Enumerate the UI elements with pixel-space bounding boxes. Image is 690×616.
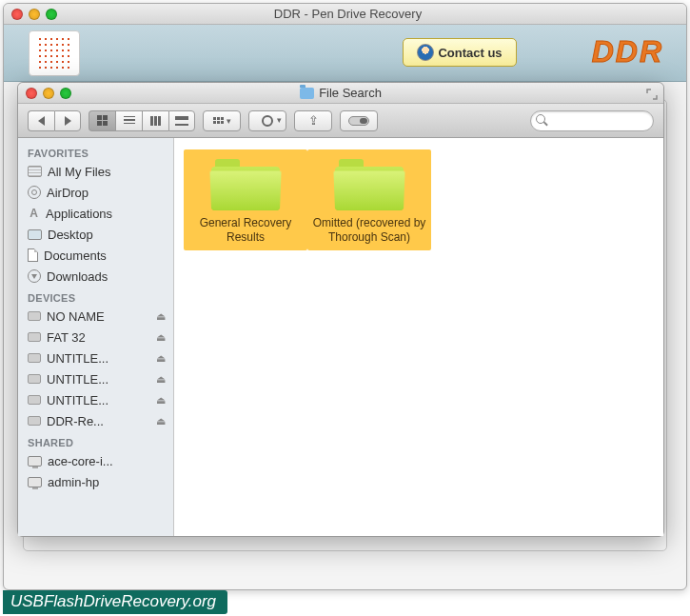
drive-icon — [28, 332, 41, 342]
sidebar-item-label: Downloads — [47, 269, 108, 284]
share-icon: ⇪ — [308, 113, 319, 128]
ddr-header: Contact us DDR — [4, 25, 686, 82]
toggle-button[interactable] — [340, 110, 378, 131]
chevron-left-icon — [38, 116, 45, 126]
window-controls — [18, 88, 71, 99]
person-icon — [417, 44, 434, 61]
sidebar-item-label: Desktop — [48, 228, 93, 242]
search-icon — [536, 114, 547, 126]
search-input[interactable] — [530, 110, 654, 131]
arrange-icon — [213, 117, 224, 124]
applications-icon — [28, 208, 40, 220]
folder-label: Omitted (recovered by Thorough Scan) — [311, 216, 427, 245]
maximize-icon[interactable] — [60, 88, 71, 99]
sidebar-item-applications[interactable]: Applications — [18, 203, 173, 224]
finder-toolbar: ⇪ — [18, 104, 663, 138]
forward-button[interactable] — [54, 110, 81, 131]
eject-icon[interactable]: ⏏ — [156, 373, 166, 386]
close-icon[interactable] — [26, 88, 37, 99]
sidebar-item-label: UNTITLE... — [47, 393, 108, 407]
coverflow-view-button[interactable] — [168, 110, 195, 131]
footer-url: USBFlashDriveRecovery.org — [3, 590, 227, 614]
coverflow-icon — [175, 116, 188, 126]
finder-titlebar: File Search — [18, 83, 663, 104]
view-mode-group — [89, 110, 195, 131]
sidebar-item-device[interactable]: DDR-Re...⏏ — [18, 410, 173, 431]
nav-group — [28, 110, 81, 131]
computer-icon — [28, 477, 42, 487]
list-view-button[interactable] — [115, 110, 142, 131]
ddr-logo — [29, 30, 80, 76]
folder-icon — [300, 88, 314, 99]
search-wrap — [385, 110, 654, 131]
ddr-brand-text: DDR — [592, 34, 663, 70]
content-area[interactable]: General Recovery Results Omitted (recove… — [174, 138, 663, 536]
downloads-icon — [28, 269, 41, 283]
folder-icon — [335, 157, 404, 210]
sidebar-item-label: Applications — [46, 207, 112, 221]
grid-icon — [97, 115, 108, 126]
devices-header: DEVICES — [18, 287, 173, 306]
minimize-icon[interactable] — [43, 88, 54, 99]
shared-header: SHARED — [18, 431, 173, 450]
document-icon — [28, 248, 38, 262]
column-view-button[interactable] — [142, 110, 168, 131]
sidebar-item-all-my-files[interactable]: All My Files — [18, 161, 173, 182]
file-search-window: File Search ⇪ FAVORITES — [17, 82, 664, 537]
sidebar-item-label: Documents — [44, 248, 107, 263]
sidebar-item-shared[interactable]: admin-hp — [18, 471, 173, 492]
eject-icon[interactable]: ⏏ — [156, 352, 166, 365]
eject-icon[interactable]: ⏏ — [156, 415, 166, 427]
sidebar-item-airdrop[interactable]: AirDrop — [18, 182, 173, 203]
drive-icon — [28, 353, 41, 363]
fullscreen-icon[interactable] — [646, 87, 658, 98]
folder-icon — [211, 157, 280, 210]
favorites-header: FAVORITES — [18, 142, 173, 161]
sidebar-item-device[interactable]: NO NAME⏏ — [18, 306, 173, 327]
sidebar-item-label: admin-hp — [48, 475, 99, 489]
folder-omitted-recovered[interactable]: Omitted (recovered by Thorough Scan) — [307, 149, 431, 250]
finder-body: FAVORITES All My Files AirDrop Applicati… — [18, 138, 663, 536]
contact-us-button[interactable]: Contact us — [403, 38, 517, 67]
gear-icon — [262, 115, 273, 127]
eject-icon[interactable]: ⏏ — [156, 394, 166, 407]
sidebar-item-label: NO NAME — [47, 309, 105, 324]
desktop-icon — [28, 229, 42, 240]
eject-icon[interactable]: ⏏ — [156, 331, 166, 344]
contact-label: Contact us — [438, 46, 502, 60]
sidebar-item-label: ace-core-i... — [48, 454, 113, 468]
sidebar-item-device[interactable]: UNTITLE...⏏ — [18, 368, 173, 389]
drive-icon — [28, 374, 41, 384]
sidebar-item-shared[interactable]: ace-core-i... — [18, 450, 173, 471]
ddr-titlebar: DDR - Pen Drive Recovery — [4, 4, 686, 25]
sidebar-item-label: UNTITLE... — [47, 372, 108, 387]
list-icon — [124, 116, 135, 126]
sidebar: FAVORITES All My Files AirDrop Applicati… — [18, 138, 174, 536]
folder-label: General Recovery Results — [187, 216, 304, 245]
sidebar-item-desktop[interactable]: Desktop — [18, 224, 173, 245]
back-button[interactable] — [28, 110, 54, 131]
sidebar-item-label: UNTITLE... — [47, 351, 108, 366]
finder-title-text: File Search — [319, 86, 382, 100]
computer-icon — [28, 456, 42, 467]
all-files-icon — [28, 166, 42, 177]
sidebar-item-device[interactable]: UNTITLE...⏏ — [18, 348, 173, 368]
sidebar-item-documents[interactable]: Documents — [18, 245, 173, 266]
sidebar-item-label: All My Files — [48, 165, 110, 179]
folder-general-recovery[interactable]: General Recovery Results — [184, 149, 307, 250]
sidebar-item-device[interactable]: UNTITLE...⏏ — [18, 389, 173, 410]
columns-icon — [150, 116, 162, 126]
finder-window-title: File Search — [18, 86, 663, 100]
sidebar-item-device[interactable]: FAT 32⏏ — [18, 327, 173, 348]
icon-view-button[interactable] — [89, 110, 115, 131]
share-button[interactable]: ⇪ — [294, 110, 332, 131]
sidebar-item-downloads[interactable]: Downloads — [18, 266, 173, 287]
drive-icon — [28, 416, 41, 426]
sidebar-item-label: FAT 32 — [47, 330, 86, 345]
chevron-right-icon — [65, 116, 71, 126]
ddr-window-title: DDR - Pen Drive Recovery — [10, 7, 686, 21]
sidebar-item-label: AirDrop — [47, 186, 89, 200]
arrange-button[interactable] — [203, 110, 241, 131]
action-button[interactable] — [248, 110, 286, 131]
eject-icon[interactable]: ⏏ — [156, 310, 166, 323]
